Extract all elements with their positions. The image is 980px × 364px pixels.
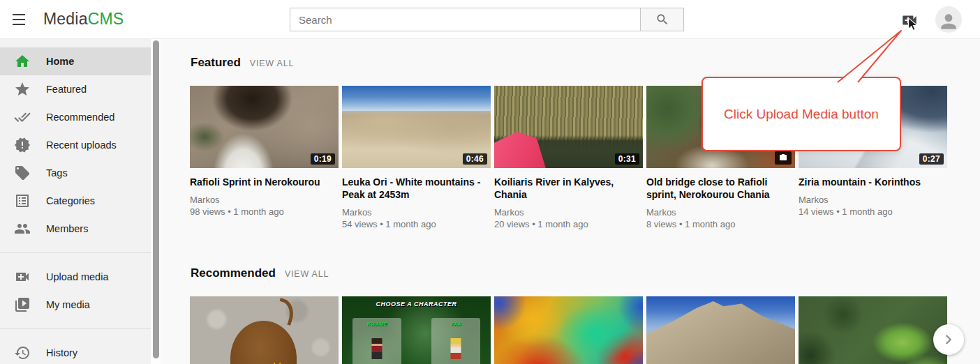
tag-icon [14,165,31,181]
thumbnail-art [494,132,576,168]
sidebar-item-label: Tags [46,167,68,179]
video-thumbnail[interactable] [799,296,947,364]
tooltip-pointer [796,21,921,91]
tour-tooltip-text: Click Upload Media button [724,107,879,122]
video-author[interactable]: Markos [799,194,947,206]
sidebar-item-members[interactable]: Members [0,215,151,243]
duration-badge: 0:27 [919,153,944,165]
media-card: 0:46 Leuka Ori - White mountains - Peak … [342,86,491,230]
media-card [190,296,339,364]
video-thumbnail[interactable]: CHOOSE A CHARACTER KWAME YAA Selected Se… [342,296,491,364]
section-title: Recommended [191,266,276,280]
sidebar-item-featured[interactable]: Featured [0,75,151,103]
home-icon [14,53,31,70]
media-card [494,296,643,364]
media-card [646,296,795,364]
thumbnail-art: KWAME [352,318,401,364]
video-library-icon [14,296,31,313]
video-author[interactable]: Markos [646,206,795,218]
sidebar-divider [0,252,151,253]
video-title[interactable]: Old bridge close to Rafioli sprint, Nero… [646,176,795,201]
mouse-cursor-icon [905,17,921,32]
thumbnail-art: YAA [431,318,480,364]
video-thumbnail[interactable]: 0:19 [190,86,339,168]
thumbnail-art [450,338,461,359]
video-meta: 98 views • 1 month ago [190,206,339,218]
video-thumbnail[interactable]: 0:46 [342,86,491,168]
sidebar-item-label: Recent uploads [46,139,117,151]
search-bar [290,8,684,31]
video-author[interactable]: Markos [190,194,339,206]
video-title[interactable]: Ziria mountain - Korinthos [799,176,947,188]
thumbnail-art [230,321,297,364]
sidebar-item-label: Upload media [46,271,108,282]
star-icon [14,81,31,98]
thumbnail-art [273,298,297,326]
recommended-view-all-link[interactable]: VIEW ALL [285,269,329,279]
video-author[interactable]: Markos [342,206,491,218]
sidebar-item-home[interactable]: Home [0,47,151,75]
camera-icon [775,151,792,165]
video-title[interactable]: Leuka Ori - White mountains - Peak at 24… [342,176,491,201]
sidebar-item-categories[interactable]: Categories [0,187,151,215]
sidebar-scrollbar[interactable] [153,40,159,358]
search-button[interactable] [640,8,684,31]
carousel-next-button[interactable] [933,324,964,355]
duration-badge: 0:31 [615,153,639,165]
video-title[interactable]: Rafioli Sprint in Nerokourou [190,176,339,188]
video-thumbnail[interactable] [494,296,643,364]
recommended-section-header: Recommended VIEW ALL [191,266,980,280]
video-meta: 20 views • 1 month ago [494,218,643,230]
featured-view-all-link[interactable]: VIEW ALL [250,59,294,68]
video-thumbnail[interactable] [190,296,339,364]
section-title: Featured [191,56,241,70]
sidebar-item-label: Home [46,56,74,67]
sidebar: Home Featured Recommended Recent uploads… [0,39,151,364]
sidebar-item-label: Recommended [46,112,114,123]
user-avatar-icon[interactable] [935,6,962,33]
chevron-right-icon [941,332,956,347]
media-card: 0:19 Rafioli Sprint in Nerokourou Markos… [190,86,339,218]
sidebar-scrollbar-track [151,39,161,364]
sidebar-divider [0,328,151,329]
sidebar-item-history[interactable]: History [0,339,151,364]
sidebar-item-label: My media [46,299,90,310]
sidebar-item-label: History [46,347,77,358]
video-author[interactable]: Markos [494,206,643,218]
search-input[interactable] [290,8,640,31]
video-meta: 8 views • 1 month ago [646,218,795,230]
video-title[interactable]: Koiliaris River in Kalyves, Chania [494,176,643,201]
search-icon [655,13,669,26]
sidebar-item-upload-media[interactable]: Upload media [0,263,151,291]
media-card [799,296,947,364]
sidebar-item-label: Categories [46,195,95,206]
video-call-icon [14,268,31,285]
duration-badge: 0:46 [463,153,487,165]
new-releases-icon [14,137,31,153]
history-icon [14,344,31,361]
sidebar-item-recommended[interactable]: Recommended [0,103,151,131]
list-alt-icon [14,192,31,209]
done-all-icon [14,109,31,126]
video-thumbnail[interactable]: 0:31 [494,86,643,168]
thumbnail-overlay-text: CHOOSE A CHARACTER [342,301,491,308]
media-card: 0:31 Koiliaris River in Kalyves, Chania … [494,86,643,230]
app-logo[interactable]: MediaCMS [43,10,124,29]
thumbnail-art [646,296,795,364]
recommended-cards-row: CHOOSE A CHARACTER KWAME YAA Selected Se… [190,296,980,364]
sidebar-item-recent-uploads[interactable]: Recent uploads [0,131,151,159]
video-meta: 14 views • 1 month ago [799,206,947,218]
menu-icon[interactable] [10,10,28,29]
sidebar-item-my-media[interactable]: My media [0,291,151,319]
video-thumbnail[interactable] [646,296,795,364]
people-icon [14,220,31,237]
duration-badge: 0:19 [311,153,335,165]
thumbnail-art [372,338,383,359]
video-meta: 54 views • 1 month ago [342,218,491,230]
media-card: CHOOSE A CHARACTER KWAME YAA Selected Se… [342,296,491,364]
sidebar-item-label: Featured [46,84,87,95]
sidebar-item-tags[interactable]: Tags [0,159,151,187]
sidebar-item-label: Members [46,223,88,234]
